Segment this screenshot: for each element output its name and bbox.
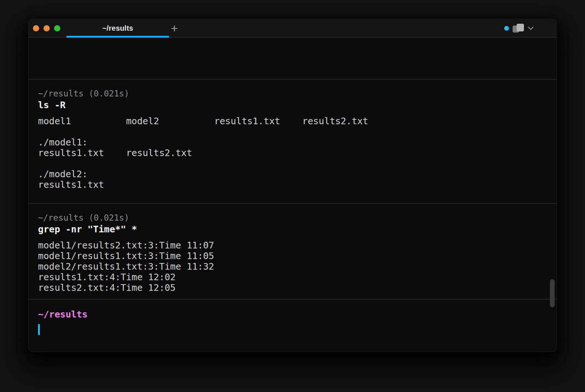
tab-results[interactable]: ~/results bbox=[67, 19, 169, 37]
command-text[interactable]: grep -nr "Time*" * bbox=[38, 224, 556, 235]
zoom-button[interactable] bbox=[54, 25, 60, 31]
output-line: results1.txt results2.txt bbox=[38, 148, 556, 158]
command-input-area[interactable]: ~/results bbox=[29, 300, 556, 351]
command-output: model1/results2.txt:3:Time 11:07 model1/… bbox=[38, 240, 556, 293]
output-line: results2.txt:4:Time 12:05 bbox=[38, 282, 556, 293]
prompt-path: ~/results bbox=[38, 309, 556, 320]
output-line: ./model1: bbox=[38, 137, 556, 148]
chevron-down-icon[interactable] bbox=[528, 27, 533, 30]
command-text[interactable]: ls -R bbox=[38, 100, 556, 111]
output-line bbox=[38, 126, 556, 137]
split-panes-icon[interactable] bbox=[512, 23, 525, 33]
titlebar-right-controls bbox=[504, 19, 533, 37]
minimize-button[interactable] bbox=[44, 25, 50, 31]
block-header: ~/results (0.021s) bbox=[38, 88, 556, 99]
output-line bbox=[38, 158, 556, 169]
new-tab-button[interactable]: + bbox=[167, 19, 181, 37]
output-line: model1/results1.txt:3:Time 11:05 bbox=[38, 251, 556, 261]
output-line: model1/results2.txt:3:Time 11:07 bbox=[38, 240, 556, 251]
output-line: ./model2: bbox=[38, 169, 556, 179]
notification-dot-icon bbox=[504, 26, 509, 31]
title-bar: ~/results + bbox=[29, 19, 556, 38]
text-cursor bbox=[38, 324, 40, 335]
close-button[interactable] bbox=[33, 25, 39, 31]
active-tab-underline bbox=[67, 36, 169, 38]
command-block-ls: ~/results (0.021s) ls -R model1 model2 r… bbox=[29, 80, 556, 203]
output-line: results1.txt bbox=[38, 179, 556, 190]
scrollbar-thumb[interactable] bbox=[550, 279, 555, 307]
terminal-scrollback: ~/results (0.021s) ls -R model1 model2 r… bbox=[29, 38, 556, 351]
command-output: model1 model2 results1.txt results2.txt … bbox=[38, 116, 556, 190]
terminal-window: ~/results + ~/results (0.021s) bbox=[28, 19, 557, 352]
scrolled-block-remainder bbox=[29, 38, 556, 79]
block-header: ~/results (0.021s) bbox=[38, 213, 556, 223]
output-line: model1 model2 results1.txt results2.txt bbox=[38, 116, 556, 126]
traffic-lights bbox=[29, 25, 60, 31]
output-line: model2/results1.txt:3:Time 11:32 bbox=[38, 261, 556, 272]
output-line: results1.txt:4:Time 12:02 bbox=[38, 272, 556, 282]
tab-title: ~/results bbox=[102, 24, 133, 33]
command-block-grep: ~/results (0.021s) grep -nr "Time*" * mo… bbox=[29, 204, 556, 299]
